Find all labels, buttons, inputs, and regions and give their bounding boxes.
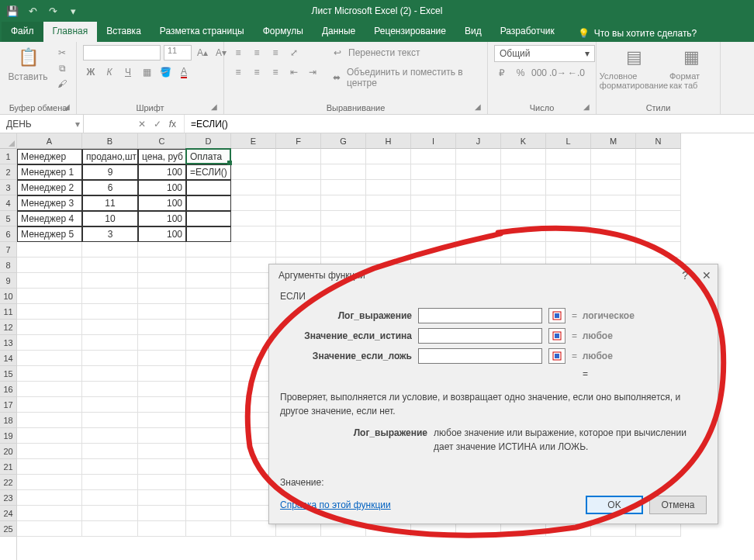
cell-D16[interactable] <box>186 382 231 397</box>
cell-H7[interactable] <box>366 242 411 258</box>
cell-B20[interactable] <box>82 444 138 459</box>
cell-D1[interactable]: Оплата <box>186 149 231 164</box>
cell-D11[interactable] <box>186 304 231 320</box>
cell-B11[interactable] <box>82 304 138 320</box>
cell-N7[interactable] <box>636 242 681 258</box>
cell-M3[interactable] <box>591 180 636 195</box>
format-painter-icon[interactable]: 🖌 <box>54 76 70 92</box>
cell-M4[interactable] <box>591 195 636 211</box>
cell-L2[interactable] <box>546 164 591 180</box>
cell-M5[interactable] <box>591 211 636 226</box>
cell-C4[interactable]: 100 <box>138 195 186 211</box>
cell-H6[interactable] <box>366 226 411 242</box>
wrap-text-button[interactable]: ↩ Перенести текст <box>330 45 481 60</box>
cell-A3[interactable]: Менеджер 2 <box>17 180 82 195</box>
cell-C18[interactable] <box>138 413 186 428</box>
cell-C23[interactable] <box>138 490 186 506</box>
cell-G6[interactable] <box>321 226 366 242</box>
cell-L3[interactable] <box>546 180 591 195</box>
row-header-15[interactable]: 15 <box>0 366 16 382</box>
cell-C17[interactable] <box>138 397 186 413</box>
cell-B19[interactable] <box>82 428 138 444</box>
ok-button[interactable]: OK <box>586 496 643 514</box>
merge-button[interactable]: ⬌ Объединить и поместить в центре <box>330 67 481 88</box>
cell-D18[interactable] <box>186 413 231 428</box>
cell-A2[interactable]: Менеджер 1 <box>17 164 82 180</box>
cell-A24[interactable] <box>17 506 82 521</box>
cell-C25[interactable] <box>138 521 186 537</box>
cell-D8[interactable] <box>186 258 231 273</box>
font-name-select[interactable] <box>83 45 161 60</box>
cell-J6[interactable] <box>456 226 501 242</box>
format-table-button[interactable]: ▦ Формат как таб <box>669 45 714 90</box>
cell-E5[interactable] <box>231 211 276 226</box>
cell-B3[interactable]: 6 <box>82 180 138 195</box>
col-header-F[interactable]: F <box>276 133 321 149</box>
cell-B9[interactable] <box>82 273 138 289</box>
cell-M2[interactable] <box>591 164 636 180</box>
col-header-D[interactable]: D <box>186 133 231 149</box>
row-header-19[interactable]: 19 <box>0 428 16 444</box>
undo-icon[interactable]: ↶ <box>25 3 40 19</box>
cell-B8[interactable] <box>82 258 138 273</box>
row-header-16[interactable]: 16 <box>0 382 16 397</box>
cell-D21[interactable] <box>186 459 231 475</box>
cell-A18[interactable] <box>17 413 82 428</box>
percent-icon[interactable]: % <box>513 65 528 81</box>
cell-A9[interactable] <box>17 273 82 289</box>
enter-icon[interactable]: ✓ <box>154 119 161 130</box>
row-header-1[interactable]: 1 <box>0 149 16 164</box>
cell-C5[interactable]: 100 <box>138 211 186 226</box>
tab-developer[interactable]: Разработчик <box>491 22 564 42</box>
cell-B4[interactable]: 11 <box>82 195 138 211</box>
cell-A6[interactable]: Менеджер 5 <box>17 226 82 242</box>
cell-B23[interactable] <box>82 490 138 506</box>
cell-C6[interactable]: 100 <box>138 226 186 242</box>
align-middle-icon[interactable]: ≡ <box>249 45 265 60</box>
cell-C1[interactable]: цена, руб <box>138 149 186 164</box>
cell-A8[interactable] <box>17 258 82 273</box>
col-header-M[interactable]: M <box>591 133 636 149</box>
cell-C7[interactable] <box>138 242 186 258</box>
row-header-20[interactable]: 20 <box>0 444 16 459</box>
cell-C19[interactable] <box>138 428 186 444</box>
cell-A22[interactable] <box>17 475 82 490</box>
bold-icon[interactable]: Ж <box>83 64 99 80</box>
cell-L7[interactable] <box>546 242 591 258</box>
cell-D17[interactable] <box>186 397 231 413</box>
qat-more-icon[interactable]: ▾ <box>65 3 81 19</box>
row-header-10[interactable]: 10 <box>0 289 16 304</box>
cell-A14[interactable] <box>17 351 82 366</box>
cell-K2[interactable] <box>501 164 546 180</box>
cell-A10[interactable] <box>17 289 82 304</box>
cell-K7[interactable] <box>501 242 546 258</box>
row-header-4[interactable]: 4 <box>0 195 16 211</box>
cell-B6[interactable]: 3 <box>82 226 138 242</box>
row-header-14[interactable]: 14 <box>0 351 16 366</box>
cell-E1[interactable] <box>231 149 276 164</box>
cell-A13[interactable] <box>17 335 82 351</box>
row-header-7[interactable]: 7 <box>0 242 16 258</box>
cell-I4[interactable] <box>411 195 456 211</box>
row-header-6[interactable]: 6 <box>0 226 16 242</box>
launcher-icon[interactable]: ◢ <box>475 102 481 111</box>
cell-D4[interactable] <box>186 195 231 211</box>
cell-F2[interactable] <box>276 164 321 180</box>
cell-L6[interactable] <box>546 226 591 242</box>
col-header-E[interactable]: E <box>231 133 276 149</box>
save-icon[interactable]: 💾 <box>5 3 20 19</box>
align-top-icon[interactable]: ≡ <box>230 45 246 60</box>
cell-H5[interactable] <box>366 211 411 226</box>
cell-B16[interactable] <box>82 382 138 397</box>
currency-icon[interactable]: ₽ <box>494 65 510 81</box>
cell-N1[interactable] <box>636 149 681 164</box>
tab-formulas[interactable]: Формулы <box>254 22 313 42</box>
cell-D7[interactable] <box>186 242 231 258</box>
cell-C2[interactable]: 100 <box>138 164 186 180</box>
row-header-24[interactable]: 24 <box>0 506 16 521</box>
cell-D19[interactable] <box>186 428 231 444</box>
cell-H4[interactable] <box>366 195 411 211</box>
cell-B1[interactable]: продано,шт <box>82 149 138 164</box>
col-header-I[interactable]: I <box>411 133 456 149</box>
tab-pagelayout[interactable]: Разметка страницы <box>150 22 254 42</box>
